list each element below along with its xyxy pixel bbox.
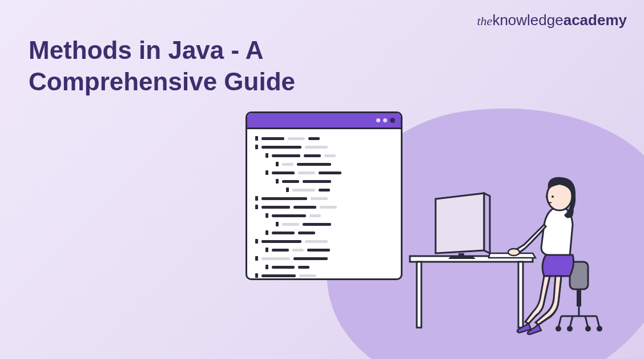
window-dot-icon bbox=[376, 118, 380, 122]
svg-point-9 bbox=[585, 326, 591, 332]
logo-prefix: the bbox=[477, 14, 492, 28]
brand-logo: theknowledgeacademy bbox=[477, 11, 627, 29]
code-window-illustration bbox=[245, 111, 402, 280]
svg-point-11 bbox=[552, 196, 554, 198]
svg-point-8 bbox=[567, 326, 573, 332]
svg-rect-2 bbox=[518, 262, 523, 328]
svg-point-12 bbox=[508, 249, 520, 256]
window-titlebar bbox=[247, 113, 401, 129]
logo-mid: knowledge bbox=[492, 11, 563, 29]
logo-suffix: academy bbox=[564, 11, 627, 29]
window-dot-icon bbox=[390, 118, 395, 123]
page-title: Methods in Java - A Comprehensive Guide bbox=[29, 34, 394, 97]
woman-at-desk-illustration bbox=[404, 142, 610, 336]
svg-point-6 bbox=[556, 326, 561, 332]
window-dot-icon bbox=[383, 118, 387, 122]
svg-rect-5 bbox=[577, 289, 581, 306]
code-body bbox=[247, 129, 401, 280]
svg-point-7 bbox=[597, 326, 602, 332]
svg-rect-1 bbox=[417, 262, 421, 328]
